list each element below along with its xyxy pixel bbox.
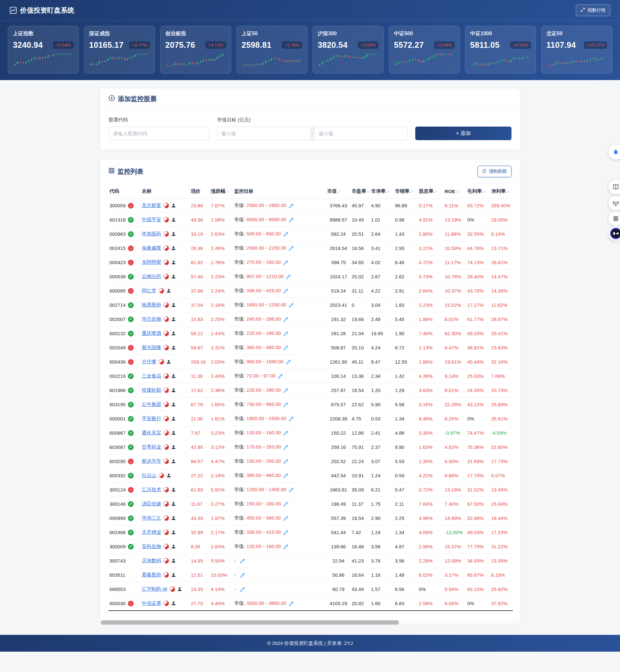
taiji-chart-icon[interactable] bbox=[163, 530, 169, 535]
holder-person-icon[interactable] bbox=[166, 359, 171, 364]
column-header-毛利率[interactable]: 毛利率↓↑ bbox=[466, 184, 490, 199]
taiji-chart-icon[interactable] bbox=[163, 601, 169, 606]
index-card[interactable]: 中证1000 5811.05 +4.53% bbox=[465, 26, 536, 73]
stock-name-link[interactable]: 通化东宝 bbox=[142, 430, 161, 436]
taiji-chart-icon[interactable] bbox=[163, 302, 169, 308]
stock-name-link[interactable]: 中信证券 bbox=[142, 600, 161, 607]
holder-person-icon[interactable] bbox=[171, 231, 176, 237]
taiji-chart-icon[interactable] bbox=[163, 203, 169, 208]
stock-name-link[interactable]: 汇川技术 bbox=[142, 487, 161, 493]
sort-icon[interactable]: ↓↑ bbox=[338, 189, 340, 194]
column-header-ROE[interactable]: ROE↓↑ bbox=[444, 184, 466, 199]
stock-name-link[interactable]: 海康威视 bbox=[142, 245, 161, 251]
edit-target-icon[interactable] bbox=[283, 445, 288, 450]
taiji-chart-icon[interactable] bbox=[163, 260, 169, 265]
stock-name-link[interactable]: 三全食品 bbox=[142, 373, 161, 379]
stock-name-link[interactable]: 华东医药 bbox=[142, 231, 161, 237]
stock-name-link[interactable]: 中国平安 bbox=[142, 217, 161, 223]
taiji-chart-icon[interactable] bbox=[163, 544, 169, 549]
holder-person-icon[interactable] bbox=[171, 445, 176, 450]
holder-person-icon[interactable] bbox=[171, 601, 176, 606]
holder-person-icon[interactable] bbox=[171, 402, 176, 407]
stock-name-link[interactable]: 平安银行 bbox=[142, 416, 161, 422]
taiji-chart-icon[interactable] bbox=[163, 331, 169, 336]
edit-target-icon[interactable] bbox=[283, 459, 288, 464]
stock-name-link[interactable]: 汤臣倍健 bbox=[142, 501, 161, 507]
taiji-chart-icon[interactable] bbox=[163, 402, 169, 407]
force-refresh-button[interactable]: 强制刷新 bbox=[478, 166, 512, 177]
holder-person-icon[interactable] bbox=[171, 416, 176, 421]
edit-target-icon[interactable] bbox=[289, 246, 294, 251]
edit-target-icon[interactable] bbox=[283, 232, 288, 237]
edit-target-icon[interactable] bbox=[289, 203, 294, 208]
holder-person-icon[interactable] bbox=[171, 573, 176, 577]
holder-person-icon[interactable] bbox=[171, 516, 176, 521]
index-card[interactable]: 北证50 1107.94 +10.77% bbox=[541, 26, 612, 73]
holder-person-icon[interactable] bbox=[171, 260, 176, 265]
edit-target-icon[interactable] bbox=[283, 346, 288, 350]
index-card[interactable]: 中证500 5572.27 +3.54% bbox=[389, 26, 460, 73]
column-header-涨跌幅[interactable]: 涨跌幅↓↑ bbox=[210, 184, 233, 199]
edit-target-icon[interactable] bbox=[283, 502, 288, 507]
column-header-市销率[interactable]: 市销率↓↑ bbox=[394, 184, 418, 199]
taiji-chart-icon[interactable] bbox=[163, 487, 169, 493]
taiji-chart-icon[interactable] bbox=[159, 359, 164, 365]
broadcast-icon[interactable] bbox=[608, 196, 620, 211]
index-card[interactable]: 上证指数 3240.94 +2.54% bbox=[8, 26, 79, 73]
edit-target-icon[interactable] bbox=[283, 331, 288, 336]
stock-name-link[interactable]: 牧原股份 bbox=[142, 302, 161, 308]
edit-target-icon[interactable] bbox=[240, 573, 245, 578]
edit-target-icon[interactable] bbox=[283, 545, 288, 549]
stock-name-link[interactable]: 东阿阿胶 bbox=[142, 259, 161, 265]
book-widget[interactable] bbox=[608, 179, 620, 194]
taiji-chart-icon[interactable] bbox=[163, 246, 169, 251]
stock-name-link[interactable]: 片仔癀 bbox=[142, 359, 156, 365]
stock-name-link[interactable]: 华兰生物 bbox=[142, 316, 161, 322]
stock-name-link[interactable]: 爱慕股份 bbox=[142, 572, 161, 578]
index-card[interactable]: 上证50 2598.81 +1.78% bbox=[237, 26, 307, 73]
stock-name-link[interactable]: 安科生物 bbox=[142, 544, 161, 550]
holder-person-icon[interactable] bbox=[166, 473, 171, 478]
holder-person-icon[interactable] bbox=[171, 303, 176, 307]
water-drop-icon[interactable] bbox=[608, 145, 620, 159]
apps-grid-icon[interactable] bbox=[608, 211, 620, 226]
edit-target-icon[interactable] bbox=[283, 388, 288, 393]
taiji-chart-icon[interactable] bbox=[163, 274, 169, 279]
taiji-chart-icon[interactable] bbox=[163, 501, 169, 507]
sort-icon[interactable]: ↓↑ bbox=[410, 189, 413, 194]
ai-assistant-widget[interactable] bbox=[608, 226, 620, 241]
index-card[interactable]: 创业板指 2075.76 +4.71% bbox=[160, 26, 231, 73]
holder-person-icon[interactable] bbox=[171, 430, 176, 435]
holder-person-icon[interactable] bbox=[171, 558, 176, 563]
taiji-chart-icon[interactable] bbox=[159, 288, 164, 294]
sort-icon[interactable]: ↓↑ bbox=[386, 189, 389, 194]
column-header-市值[interactable]: 市值↓↑ bbox=[326, 184, 351, 199]
taiji-chart-icon[interactable] bbox=[163, 572, 169, 578]
taiji-chart-icon[interactable] bbox=[169, 586, 175, 592]
stock-name-link[interactable]: 甘李药业 bbox=[142, 444, 161, 450]
apps-widget[interactable] bbox=[608, 211, 620, 226]
horizontal-scrollbar-thumb[interactable] bbox=[101, 620, 399, 625]
holder-person-icon[interactable] bbox=[171, 388, 176, 393]
taiji-chart-icon[interactable] bbox=[163, 373, 169, 379]
edit-target-icon[interactable] bbox=[289, 487, 294, 493]
edit-target-icon[interactable] bbox=[283, 317, 288, 322]
stock-name-link[interactable]: 重庆啤酒 bbox=[142, 330, 161, 337]
index-quotes-button[interactable]: 指数行情 bbox=[576, 4, 610, 16]
stock-code-input[interactable] bbox=[108, 126, 209, 140]
stock-name-link[interactable]: 天齐锂业 bbox=[142, 529, 161, 535]
taiji-chart-icon[interactable] bbox=[163, 231, 169, 237]
sort-icon[interactable]: ↓↑ bbox=[456, 190, 459, 194]
edit-target-icon[interactable] bbox=[286, 360, 291, 365]
sort-icon[interactable]: ↓↑ bbox=[367, 189, 369, 194]
holder-person-icon[interactable] bbox=[171, 217, 176, 222]
holder-person-icon[interactable] bbox=[171, 374, 176, 378]
taiji-chart-icon[interactable] bbox=[163, 345, 169, 350]
edit-target-icon[interactable] bbox=[289, 218, 294, 222]
min-cap-input[interactable] bbox=[217, 126, 310, 140]
stock-name-link[interactable]: 天地数码 bbox=[142, 558, 161, 564]
taiji-chart-icon[interactable] bbox=[163, 387, 169, 393]
edit-target-icon[interactable] bbox=[283, 289, 288, 294]
stock-name-link[interactable]: 云南白药 bbox=[142, 273, 161, 280]
taiji-chart-icon[interactable] bbox=[163, 316, 169, 322]
